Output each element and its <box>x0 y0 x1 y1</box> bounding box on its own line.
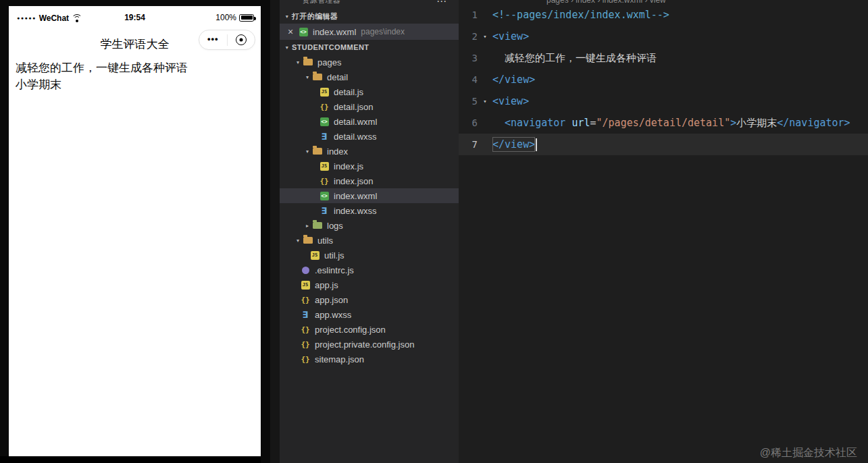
code-line-4[interactable]: 4</view> <box>459 69 868 90</box>
json-file-icon: {} <box>300 339 311 350</box>
chevron-down-icon: ▾ <box>303 148 312 155</box>
file-label: detail <box>327 72 348 82</box>
open-editors-header[interactable]: ▾ 打开的编辑器 <box>280 9 459 24</box>
json-file-icon: {} <box>300 324 311 335</box>
tree-item-index.js[interactable]: JSindex.js <box>280 159 459 173</box>
file-label: detail.js <box>334 87 363 97</box>
close-icon[interactable]: × <box>285 26 296 37</box>
tree-item-utils[interactable]: ▾utils <box>280 233 459 248</box>
line-number: 1 <box>459 4 478 26</box>
file-label: app.json <box>315 295 348 305</box>
code-line-7[interactable]: 7</view> <box>459 134 868 155</box>
tree-item-detail.json[interactable]: {}detail.json <box>280 99 459 114</box>
open-editor-item[interactable]: × <> index.wxml pages\index <box>280 24 459 40</box>
capsule-menu: ••• <box>199 30 255 50</box>
text-cursor <box>536 138 537 151</box>
token-text <box>492 112 505 134</box>
wxss-file-icon: ∃ <box>319 205 330 216</box>
line-number: 7 <box>459 134 478 155</box>
file-label: index.wxml <box>334 191 377 201</box>
home-button[interactable] <box>228 30 255 49</box>
code-line-6[interactable]: 6 <navigator url="/pages/detail/detail">… <box>459 112 868 134</box>
js-file-icon: JS <box>319 161 330 171</box>
wxss-icon: ∃ <box>322 132 328 142</box>
token-tag: </navigator> <box>777 112 850 134</box>
tree-item-app.wxss[interactable]: ∃app.wxss <box>280 307 459 322</box>
code-line-1[interactable]: 1<!--pages/index/index.wxml--> <box>459 4 868 26</box>
folder-icon <box>312 146 323 157</box>
file-label: index <box>327 146 348 157</box>
file-label: logs <box>327 221 343 231</box>
tree-item-detail.js[interactable]: JSdetail.js <box>280 84 459 99</box>
chevron-down-icon: ▾ <box>303 74 312 80</box>
tree-item-.eslintrc.js[interactable]: .eslintrc.js <box>280 263 459 277</box>
js-icon: JS <box>320 162 329 171</box>
fold-chevron-icon[interactable]: ▾ <box>478 26 492 47</box>
token-tag: </view> <box>492 138 535 151</box>
project-header[interactable]: ▾ STUDENTCOMMENT <box>280 40 459 55</box>
chevron-down-icon: ▾ <box>282 13 292 20</box>
tree-item-index.json[interactable]: {}index.json <box>280 173 459 188</box>
navigator-link[interactable]: 小学期末 <box>16 76 255 93</box>
json-icon: {} <box>301 296 309 304</box>
js-file-icon: JS <box>319 86 330 97</box>
tree-item-logs[interactable]: ▸logs <box>280 218 459 233</box>
json-file-icon: {} <box>319 175 330 186</box>
tree-item-project.config.json[interactable]: {}project.config.json <box>280 322 459 337</box>
explorer-title: 资源管理器 <box>302 0 341 5</box>
more-actions-icon[interactable]: ⋯ <box>436 0 446 7</box>
code-line-5[interactable]: 5▾<view> <box>459 90 868 112</box>
tree-item-pages[interactable]: ▾pages <box>280 55 459 70</box>
tree-item-app.json[interactable]: {}app.json <box>280 292 459 307</box>
json-icon: {} <box>320 177 328 186</box>
tree-item-index[interactable]: ▾index <box>280 144 459 159</box>
eslint-icon <box>302 267 309 274</box>
file-label: app.wxss <box>315 310 351 320</box>
code-lines: 1<!--pages/index/index.wxml-->2▾<view>3 … <box>459 0 868 155</box>
file-label: index.wxss <box>334 206 377 216</box>
folder-icon <box>303 59 313 65</box>
explorer-panel: 资源管理器 ⋯ ▾ 打开的编辑器 × <> index.wxml pages\i… <box>280 0 459 463</box>
more-button[interactable]: ••• <box>199 30 227 49</box>
tree-item-detail.wxss[interactable]: ∃detail.wxss <box>280 129 459 144</box>
mini-program-body: 减轻您的工作，一键生成各种评语 小学期末 <box>16 59 255 93</box>
wxml-file-icon: <> <box>319 116 330 127</box>
js-icon: JS <box>301 281 310 290</box>
tree-item-detail.wxml[interactable]: <>detail.wxml <box>280 114 459 129</box>
wxss-icon: ∃ <box>303 310 309 320</box>
tree-item-index.wxss[interactable]: ∃index.wxss <box>280 203 459 218</box>
tree-item-util.js[interactable]: JSutil.js <box>280 248 459 263</box>
json-icon: {} <box>301 340 309 349</box>
json-file-icon: {} <box>300 354 311 364</box>
open-editor-file-path: pages\index <box>361 27 405 36</box>
folder-icon <box>313 148 322 155</box>
tree-item-index.wxml[interactable]: <>index.wxml <box>280 188 459 203</box>
line-number: 3 <box>459 47 478 69</box>
token-text: 小学期末 <box>736 112 777 134</box>
code-line-3[interactable]: 3 减轻您的工作，一键生成各种评语 <box>459 47 868 69</box>
tree-item-sitemap.json[interactable]: {}sitemap.json <box>280 352 459 366</box>
code-line-2[interactable]: 2▾<view> <box>459 26 868 47</box>
project-name-label: STUDENTCOMMENT <box>292 43 369 51</box>
eslint-file-icon <box>300 265 311 275</box>
open-editors-label: 打开的编辑器 <box>292 11 338 22</box>
folder-icon <box>312 72 323 82</box>
tree-item-detail[interactable]: ▾detail <box>280 70 459 84</box>
line-number: 6 <box>459 112 478 134</box>
tree-item-app.js[interactable]: JSapp.js <box>280 277 459 292</box>
file-tree: ▾pages▾detailJSdetail.js{}detail.json<>d… <box>280 55 459 366</box>
fold-chevron-icon[interactable]: ▾ <box>478 90 492 112</box>
js-icon: JS <box>320 88 329 97</box>
phone-simulator: ●●●●● WeChat 19:54 100% 学生评语大全 ••• 减轻您的工… <box>0 0 270 463</box>
folder-icon <box>303 57 313 67</box>
file-label: util.js <box>324 250 344 261</box>
folder-icon <box>313 74 322 80</box>
file-label: project.config.json <box>315 325 386 335</box>
phone-screen: ●●●●● WeChat 19:54 100% 学生评语大全 ••• 减轻您的工… <box>9 6 261 456</box>
file-label: index.js <box>334 161 363 171</box>
tree-item-project.private.config.json[interactable]: {}project.private.config.json <box>280 337 459 352</box>
token-tag: </view> <box>492 69 535 90</box>
chevron-right-icon: ▸ <box>303 223 312 229</box>
code-editor[interactable]: pages › index › index.wxml › view 1<!--p… <box>459 0 868 463</box>
file-label: app.js <box>315 280 338 290</box>
